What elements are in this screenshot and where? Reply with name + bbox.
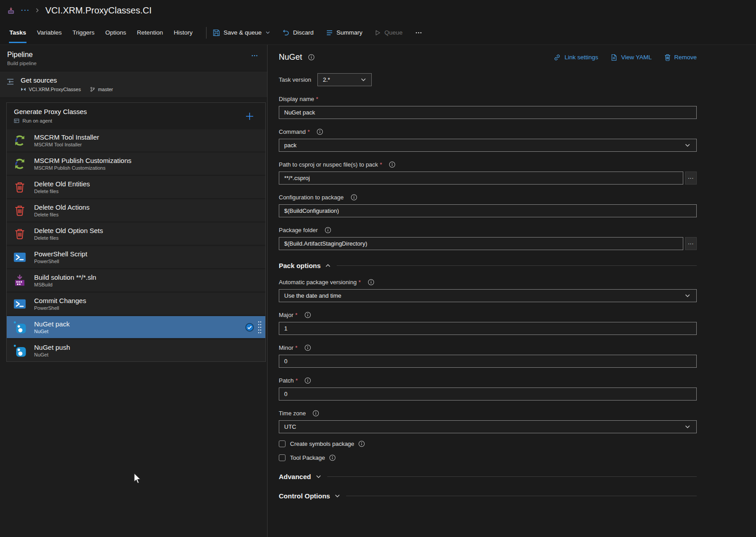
info-icon[interactable] <box>325 227 331 233</box>
advanced-section-header[interactable]: Advanced <box>279 473 697 480</box>
display-name-input[interactable] <box>279 106 697 119</box>
minor-input[interactable] <box>279 355 697 368</box>
mouse-cursor <box>133 473 142 487</box>
nuget-icon <box>13 344 26 357</box>
patch-control-row <box>279 387 697 401</box>
task-row-mscrm-publish-customizations[interactable]: MSCRM Publish CustomizationsMSCRM Publis… <box>7 153 265 175</box>
remove-icon <box>664 54 671 61</box>
task-row-delete-old-entities[interactable]: Delete Old EntitiesDelete files <box>7 176 265 198</box>
pipeline-more-button[interactable] <box>251 53 258 59</box>
task-row-nuget-pack[interactable]: NuGet packNuGet <box>7 316 265 338</box>
tab-retention[interactable]: Retention <box>132 21 168 44</box>
control-options-section-header[interactable]: Control Options <box>279 492 697 500</box>
package-folder-input[interactable] <box>279 237 683 250</box>
tool-package-row: Tool Package <box>279 454 697 461</box>
task-title: MSCRM Tool Installer <box>34 133 262 141</box>
agent-job-container: Generate Proxy Classes Run on agent MSCR… <box>6 102 266 362</box>
tab-variables[interactable]: Variables <box>31 21 67 44</box>
task-title: MSCRM Publish Customizations <box>34 157 262 164</box>
agent-job-header[interactable]: Generate Proxy Classes Run on agent <box>7 103 265 128</box>
time-zone-label: Time zone <box>279 410 306 417</box>
pack-options-section-header[interactable]: Pack options <box>279 262 697 269</box>
major-input[interactable] <box>279 322 697 335</box>
info-icon[interactable] <box>358 440 365 447</box>
task-title: NuGet push <box>34 343 262 351</box>
task-settings-form: Display name*Command*packPath to csproj … <box>279 96 697 500</box>
save-icon <box>213 29 220 36</box>
required-asterisk: * <box>295 344 298 351</box>
remove-button[interactable]: Remove <box>664 54 697 61</box>
info-icon[interactable] <box>304 377 311 384</box>
configuration-to-package-input[interactable] <box>279 204 697 217</box>
get-sources-meta: VCI.XRM.ProxyClasses master <box>21 87 113 92</box>
info-icon[interactable] <box>316 128 323 135</box>
content-area: Pipeline Build pipeline Get sources VCI.… <box>0 45 756 537</box>
get-sources-icon <box>6 77 15 92</box>
configuration-to-package-control-row <box>279 204 697 217</box>
info-icon[interactable] <box>304 344 311 351</box>
time-zone-control-row: UTC <box>279 420 697 433</box>
summary-button[interactable]: Summary <box>326 29 363 36</box>
task-row-powershell-script[interactable]: PowerShell ScriptPowerShell <box>7 246 265 268</box>
get-sources-title: Get sources <box>21 76 113 84</box>
task-row-build-solution-sln[interactable]: Build solution **/*.slnMSBuild <box>7 269 265 291</box>
pack-path-browse-button[interactable]: ... <box>685 172 697 185</box>
tool-package-checkbox[interactable] <box>279 454 286 461</box>
automatic-package-versioning-value: Use the date and time <box>284 292 341 299</box>
required-asterisk: * <box>380 161 382 168</box>
task-list: MSCRM Tool InstallerMSCRM Tool Installer… <box>7 129 265 361</box>
package-folder-label-row: Package folder <box>279 227 697 233</box>
pack-options-section-label: Pack options <box>279 262 321 269</box>
info-icon[interactable] <box>329 454 336 461</box>
task-info-icon[interactable] <box>308 54 315 61</box>
patch-input[interactable] <box>279 387 697 401</box>
tab-tasks[interactable]: Tasks <box>4 21 31 44</box>
nuget-icon <box>13 321 26 334</box>
time-zone-select[interactable]: UTC <box>279 420 697 433</box>
tab-options[interactable]: Options <box>100 21 132 44</box>
major-label-row: Major* <box>279 312 697 318</box>
breadcrumb-more-button[interactable]: ··· <box>21 7 30 14</box>
info-icon[interactable] <box>368 279 374 286</box>
patch-label-row: Patch* <box>279 377 697 384</box>
tab-triggers[interactable]: Triggers <box>67 21 100 44</box>
more-button[interactable] <box>415 29 422 36</box>
save-queue-button[interactable]: Save & queue <box>213 29 270 36</box>
display-name-label: Display name <box>279 96 314 102</box>
command-select[interactable]: pack <box>279 139 697 152</box>
chevron-up-icon <box>325 263 331 268</box>
info-icon[interactable] <box>351 194 357 201</box>
package-folder-browse-button[interactable]: ... <box>685 237 697 250</box>
view-yaml-button[interactable]: View YAML <box>611 54 651 61</box>
task-drag-grip[interactable] <box>258 320 262 335</box>
task-version-select[interactable]: 2.* <box>317 73 372 86</box>
pack-path-input[interactable] <box>279 172 683 185</box>
trash-red-icon <box>13 204 26 217</box>
task-row-nuget-push[interactable]: NuGet pushNuGet <box>7 339 265 361</box>
link-settings-button[interactable]: Link settings <box>554 54 598 61</box>
create-symbols-package-checkbox[interactable] <box>279 440 286 447</box>
task-row-delete-old-option-sets[interactable]: Delete Old Option SetsDelete files <box>7 223 265 245</box>
automatic-package-versioning-label: Automatic package versioning <box>279 279 356 286</box>
discard-button[interactable]: Discard <box>282 29 314 36</box>
get-sources-item[interactable]: Get sources VCI.XRM.ProxyClasses master <box>0 71 267 98</box>
task-panel-header: NuGet Link settingsView YAMLRemove <box>279 53 697 62</box>
info-icon[interactable] <box>312 410 319 417</box>
info-icon[interactable] <box>389 161 396 168</box>
info-icon[interactable] <box>304 312 311 318</box>
powershell-icon <box>13 251 26 264</box>
task-row-commit-changes[interactable]: Commit ChangesPowerShell <box>7 293 265 315</box>
time-zone-value: UTC <box>284 423 296 430</box>
automatic-package-versioning-select[interactable]: Use the date and time <box>279 289 697 302</box>
task-row-delete-old-actions[interactable]: Delete Old ActionsDelete files <box>7 199 265 221</box>
task-row-mscrm-tool-installer[interactable]: MSCRM Tool InstallerMSCRM Tool Installer <box>7 129 265 151</box>
patch-label: Patch <box>279 377 294 384</box>
view-yaml-label: View YAML <box>621 54 651 61</box>
task-title: Delete Old Actions <box>34 203 262 211</box>
package-folder-control-row: ... <box>279 237 697 250</box>
summary-label: Summary <box>337 29 363 36</box>
tab-history[interactable]: History <box>168 21 198 44</box>
add-task-button[interactable] <box>245 111 255 121</box>
task-text: Commit ChangesPowerShell <box>34 297 262 311</box>
pack-path-label-row: Path to csproj or nuspec file(s) to pack… <box>279 161 697 168</box>
